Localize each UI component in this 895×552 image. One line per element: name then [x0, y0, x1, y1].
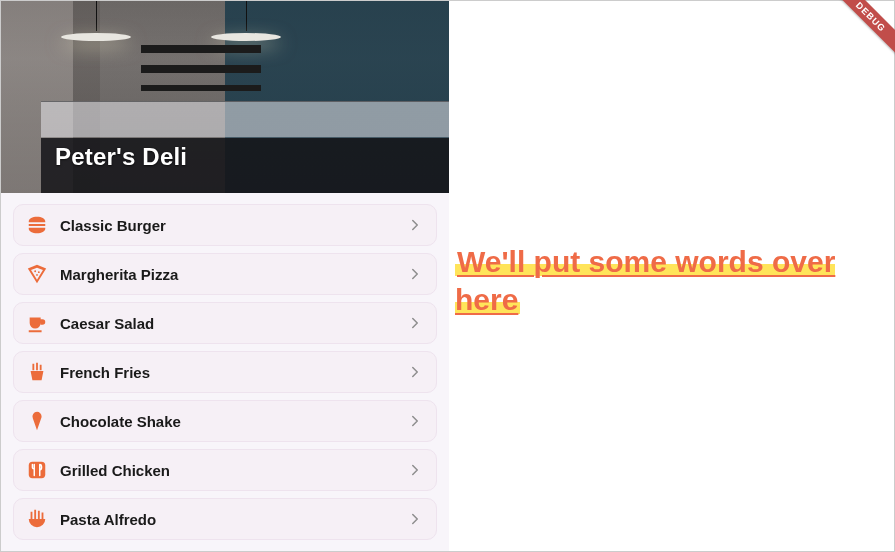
menu-item-french-fries[interactable]: French Fries: [13, 351, 437, 393]
menu-item-pasta-alfredo[interactable]: Pasta Alfredo: [13, 498, 437, 540]
menu-item-label: Grilled Chicken: [60, 462, 170, 479]
fries-icon: [24, 359, 50, 385]
menu-item-margherita-pizza[interactable]: Margherita Pizza: [13, 253, 437, 295]
header-image: Peter's Deli: [1, 1, 449, 193]
menu-item-caesar-salad[interactable]: Caesar Salad: [13, 302, 437, 344]
menu-item-label: Classic Burger: [60, 217, 166, 234]
menu-item-grilled-chicken[interactable]: Grilled Chicken: [13, 449, 437, 491]
left-panel: Peter's Deli Classic Burger Margherita P…: [1, 1, 449, 551]
svg-rect-3: [29, 462, 46, 479]
menu-item-label: Chocolate Shake: [60, 413, 181, 430]
lamp-icon: [51, 1, 141, 41]
chevron-right-icon: [404, 459, 426, 481]
lamp-icon: [201, 1, 291, 41]
chevron-right-icon: [404, 410, 426, 432]
menu-item-label: Margherita Pizza: [60, 266, 178, 283]
icecream-icon: [24, 408, 50, 434]
svg-point-0: [34, 270, 36, 272]
menu-list: Classic Burger Margherita Pizza: [1, 193, 449, 551]
shelf-icon: [141, 45, 261, 91]
cup-icon: [24, 310, 50, 336]
menu-item-label: Pasta Alfredo: [60, 511, 156, 528]
burger-icon: [24, 212, 50, 238]
highlight-heading-text: We'll put some words over here: [455, 245, 835, 316]
chevron-right-icon: [404, 361, 426, 383]
chevron-right-icon: [404, 508, 426, 530]
menu-item-classic-burger[interactable]: Classic Burger: [13, 204, 437, 246]
menu-item-chocolate-shake[interactable]: Chocolate Shake: [13, 400, 437, 442]
chevron-right-icon: [404, 214, 426, 236]
app-frame: Peter's Deli Classic Burger Margherita P…: [0, 0, 895, 552]
noodles-icon: [24, 506, 50, 532]
right-panel: We'll put some words over here: [449, 1, 894, 551]
chevron-right-icon: [404, 312, 426, 334]
svg-point-2: [36, 274, 38, 276]
svg-point-1: [38, 271, 40, 273]
highlight-heading: We'll put some words over here: [455, 243, 886, 320]
pizza-icon: [24, 261, 50, 287]
utensils-icon: [24, 457, 50, 483]
menu-item-label: French Fries: [60, 364, 150, 381]
chevron-right-icon: [404, 263, 426, 285]
menu-item-label: Caesar Salad: [60, 315, 154, 332]
page-title: Peter's Deli: [55, 143, 187, 171]
